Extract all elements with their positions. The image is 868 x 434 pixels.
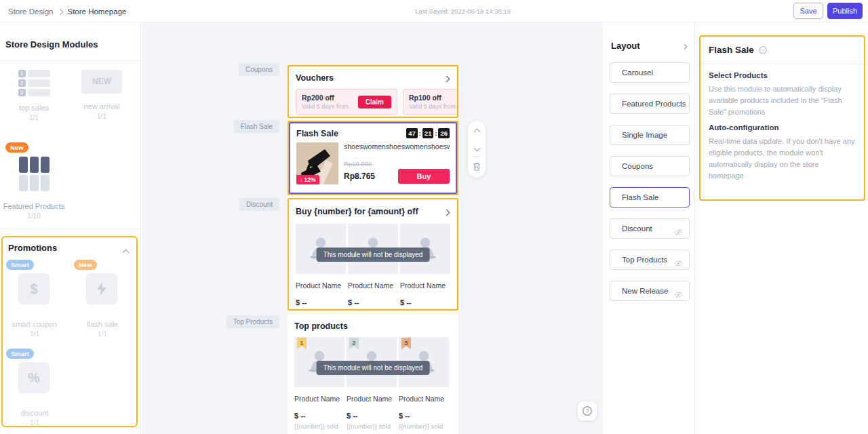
store-homepage-preview: Vouchers Rp200 off Valid 5 days from... …: [288, 65, 458, 434]
smart-coupon-icon: $: [18, 273, 50, 304]
info-question-icon[interactable]: ?: [758, 45, 768, 55]
countdown-seconds: 26: [438, 128, 450, 138]
settings-title: Flash Sale: [709, 45, 754, 55]
layout-item-flash-sale[interactable]: Flash Sale: [610, 187, 690, 208]
delete-icon[interactable]: [473, 161, 481, 174]
rank-badge: 2: [349, 338, 359, 349]
layout-item-new-release[interactable]: New Release: [610, 281, 690, 301]
module-label: top sales: [0, 104, 68, 112]
sold-count: {{number}} sold: [347, 422, 397, 430]
countdown-minutes: 21: [422, 128, 434, 138]
module-label: new arrival: [68, 102, 136, 111]
new-arrival-icon: NEW: [81, 70, 122, 94]
move-down-icon[interactable]: [475, 141, 479, 153]
layout-item-featured-products[interactable]: Featured Products: [610, 94, 690, 114]
voucher-validity: Valid 5 days from...: [409, 103, 458, 110]
top-bar: Store Design Store Homepage Last Saved: …: [0, 0, 868, 22]
product-name: Product Name: [294, 395, 344, 403]
chevron-right-icon[interactable]: [682, 39, 686, 52]
layout-item-discount[interactable]: Discount: [610, 218, 690, 239]
voucher-card: Rp200 off Valid 5 days from... Claim: [296, 89, 397, 115]
layout-panel: Layout Carousel Featured Products Single…: [603, 22, 694, 434]
module-count: 1/1: [1, 419, 68, 427]
product-price: $ --: [400, 298, 450, 307]
module-new-arrival[interactable]: NEW new arrival 1/1: [68, 70, 136, 120]
module-count: 1/1: [1, 330, 68, 338]
module-count: 1/1: [68, 330, 136, 338]
product-name: Product Name: [400, 281, 450, 290]
layout-title: Layout: [611, 41, 640, 51]
svg-text:?: ?: [762, 47, 764, 52]
module-toolbar: [468, 121, 486, 178]
product-price: $ --: [294, 412, 344, 420]
help-button[interactable]: ?: [578, 401, 597, 420]
voucher-validity: Valid 5 days from...: [302, 103, 353, 110]
module-label: smart coupon: [1, 320, 68, 328]
layout-item-top-products[interactable]: Top Products: [610, 250, 690, 270]
save-button[interactable]: Save: [793, 3, 823, 19]
promotions-title: Promotions: [8, 243, 57, 253]
breadcrumb-store-design[interactable]: Store Design: [8, 7, 53, 16]
product-image: ↓ 12%: [296, 142, 338, 184]
product-price: $ --: [296, 298, 346, 307]
vouchers-module[interactable]: Vouchers Rp200 off Valid 5 days from... …: [288, 65, 458, 118]
discount-badge: ↓ 12%: [296, 175, 319, 184]
flash-sale-settings: Flash Sale ? Select Products Use this mo…: [699, 35, 865, 201]
eye-hidden-icon: [674, 256, 683, 275]
divider: [0, 60, 140, 61]
module-featured-products[interactable]: Featured Products 1/10: [0, 157, 68, 220]
buy-button[interactable]: Buy: [398, 169, 450, 184]
product-name: shoeswomenshoeswomenshoeswome: [344, 142, 450, 151]
not-displayed-tooltip: This module will not be displayed: [317, 248, 430, 262]
collapse-chevron-icon[interactable]: [123, 245, 128, 258]
product-name: Product Name: [348, 281, 398, 290]
top-products-module[interactable]: Top products 1 Product Name $ -- {{numbe…: [288, 315, 458, 434]
module-top-sales[interactable]: 1 2 3 top sales 1/1: [0, 70, 68, 121]
countdown-hours: 47: [406, 128, 418, 138]
settings-section-body: Real-time data update. If you don't have…: [709, 136, 856, 182]
new-badge: New: [5, 142, 28, 153]
module-count: 1/1: [0, 114, 68, 121]
product-price: $ --: [399, 412, 449, 420]
layout-item-carousel[interactable]: Carousel: [610, 62, 690, 83]
divider: [701, 64, 864, 64]
product-name: Product Name: [296, 281, 346, 290]
preview-canvas: Coupons Flash Sale Discount Top Products…: [142, 22, 603, 434]
module-label: discount: [1, 409, 68, 417]
last-saved-timestamp: Last Saved: 2022-08-18 14:38:19: [415, 0, 511, 22]
canvas-tag-top-products: Top Products: [226, 315, 279, 328]
voucher-amount: Rp200 off: [302, 94, 353, 102]
countdown-timer: 47:21:26: [406, 128, 450, 138]
promotions-section: Promotions Smart New $ smart coupon 1/1 …: [1, 236, 138, 427]
lightning-icon: [86, 273, 117, 304]
publish-button[interactable]: Publish: [827, 3, 863, 19]
layout-item-coupons[interactable]: Coupons: [610, 156, 690, 176]
question-icon: ?: [582, 406, 593, 416]
top-sales-icon: 1 2 3: [18, 70, 50, 98]
flash-sale-selection-border: Flash Sale 47:21:26: [289, 122, 457, 194]
not-displayed-tooltip: This module will not be displayed: [317, 361, 430, 375]
flash-sale-title: Flash Sale: [296, 129, 338, 138]
sold-count: {{number}} sold: [399, 422, 449, 430]
chevron-right-icon[interactable]: [444, 72, 449, 84]
smart-badge: Smart: [6, 260, 34, 270]
canvas-tag-discount: Discount: [239, 198, 279, 211]
vouchers-title: Vouchers: [296, 73, 334, 83]
smart-badge: Smart: [6, 349, 34, 359]
claim-button[interactable]: Claim: [358, 96, 391, 108]
buy-offer-module[interactable]: Buy {number} for {amount} off Product Na…: [288, 198, 458, 311]
breadcrumb-store-homepage: Store Homepage: [67, 7, 126, 16]
rank-badge: 3: [401, 338, 411, 349]
sold-count: {{number}} sold: [294, 422, 344, 430]
eye-hidden-icon: [674, 224, 683, 243]
chevron-right-icon[interactable]: [444, 205, 449, 218]
move-up-icon[interactable]: [475, 125, 479, 137]
flash-sale-module[interactable]: Flash Sale 47:21:26: [288, 121, 458, 195]
product-price: $ --: [348, 298, 398, 307]
featured-products-icon: [19, 157, 50, 193]
canvas-tag-flash-sale: Flash Sale: [234, 120, 279, 133]
sidebar-title: Store Design Modules: [5, 39, 98, 50]
voucher-card: Rp100 off Valid 5 days from...: [403, 89, 458, 115]
sale-price: Rp8.765: [344, 172, 375, 181]
layout-item-single-image[interactable]: Single Image: [610, 125, 690, 145]
